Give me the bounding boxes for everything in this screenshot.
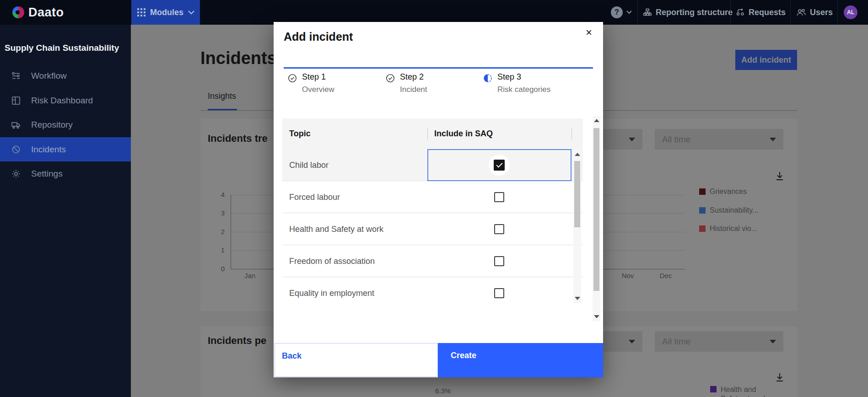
- navbar-divider: [790, 0, 791, 25]
- scroll-down-arrow[interactable]: [594, 315, 599, 318]
- users-link[interactable]: Users: [796, 0, 833, 25]
- sidebar-item-label: Workflow: [31, 71, 67, 81]
- scroll-up-arrow[interactable]: [575, 153, 580, 156]
- scroll-down-arrow[interactable]: [575, 297, 580, 300]
- daato-logo-icon[interactable]: [12, 6, 25, 19]
- include-in-saq-checkbox[interactable]: [494, 288, 504, 298]
- column-header-include-in-saq: Include in SAQ: [434, 118, 493, 149]
- help-icon: ?: [611, 6, 623, 18]
- table-scrollbar: [573, 150, 581, 303]
- org-chart-icon: [643, 8, 652, 17]
- sidebar-module-heading: Supply Chain Sustainability: [5, 43, 119, 53]
- table-row-equality-employment: Equality in employment: [282, 277, 583, 307]
- table-row-freedom-association: Freedom of association: [282, 245, 583, 277]
- dashboard-icon: [11, 96, 21, 106]
- modules-button[interactable]: Modules: [131, 0, 200, 25]
- table-row-child-labor: Child labor: [282, 149, 583, 181]
- step-label: Step 3: [497, 72, 577, 82]
- topic-cell: Child labor: [289, 149, 329, 181]
- modal-title: Add incident: [284, 30, 353, 43]
- requests-label: Requests: [749, 8, 786, 17]
- sidebar-item-settings[interactable]: Settings: [0, 161, 131, 186]
- sidebar-item-incidents[interactable]: Incidents: [0, 137, 131, 161]
- sidebar-item-workflow[interactable]: Workflow: [0, 64, 131, 88]
- table-row-health-safety: Health and Safety at work: [282, 213, 583, 245]
- check-circle-icon: [288, 74, 297, 83]
- reporting-structure-label: Reporting structure: [656, 8, 733, 17]
- top-navbar: Daato Modules ? Reporting structure Requ…: [0, 0, 868, 25]
- brand-name: Daato: [28, 0, 64, 25]
- topic-cell: Freedom of association: [289, 245, 375, 277]
- requests-link[interactable]: Requests: [736, 0, 786, 25]
- step-sublabel: Risk categories: [497, 85, 577, 94]
- step-3-risk-categories[interactable]: Step 3 Risk categories: [483, 72, 577, 94]
- back-button[interactable]: Back: [275, 343, 438, 377]
- help-menu[interactable]: ?: [611, 0, 632, 25]
- modal-scrollbar: [593, 116, 600, 321]
- step-1-overview[interactable]: Step 1 Overview: [288, 72, 382, 94]
- step-label: Step 1: [302, 72, 382, 82]
- add-incident-modal: Add incident × Step 1 Overview Step 2 In…: [274, 22, 603, 377]
- scrollbar-thumb[interactable]: [574, 161, 580, 227]
- users-icon: [796, 8, 806, 17]
- step-label: Step 2: [400, 72, 480, 82]
- grid-icon: [137, 8, 146, 16]
- truck-icon: [11, 120, 21, 130]
- include-in-saq-checkbox[interactable]: [494, 192, 504, 202]
- column-separator: [427, 129, 428, 139]
- create-button[interactable]: Create: [438, 343, 603, 377]
- scroll-up-arrow[interactable]: [594, 119, 599, 122]
- topic-cell: Equality in employment: [289, 277, 374, 307]
- navbar-divider: [637, 0, 638, 25]
- incident-prohibited-icon: [11, 145, 21, 155]
- gear-icon: [11, 169, 21, 179]
- sidebar-item-label: Repository: [31, 120, 73, 130]
- chevron-down-icon: [188, 11, 194, 15]
- scrollbar-thumb[interactable]: [593, 128, 599, 291]
- include-in-saq-checkbox[interactable]: [494, 160, 505, 171]
- navbar-divider: [730, 0, 731, 25]
- sidebar-item-label: Settings: [31, 169, 63, 179]
- sidebar-item-label: Incidents: [31, 145, 66, 155]
- app-screen: Daato Modules ? Reporting structure Requ…: [0, 0, 868, 397]
- step-2-incident[interactable]: Step 2 Incident: [386, 72, 480, 94]
- step-sublabel: Overview: [302, 85, 382, 94]
- column-header-topic: Topic: [289, 118, 311, 149]
- sidebar-item-repository[interactable]: Repository: [0, 113, 131, 137]
- sidebar-item-risk-dashboard[interactable]: Risk Dashboard: [0, 88, 131, 113]
- close-icon[interactable]: ×: [582, 26, 596, 39]
- topic-cell: Forced labour: [289, 181, 340, 213]
- navbar-divider: [837, 0, 838, 25]
- step-incomplete-icon: [483, 74, 492, 83]
- step-sublabel: Incident: [400, 85, 480, 94]
- modal-header-divider: [284, 67, 593, 69]
- reporting-structure-link[interactable]: Reporting structure: [643, 0, 733, 25]
- user-avatar[interactable]: AL: [844, 5, 857, 19]
- check-circle-icon: [386, 74, 395, 83]
- include-in-saq-checkbox[interactable]: [494, 224, 504, 234]
- requests-icon: [736, 8, 745, 17]
- modules-label: Modules: [150, 8, 183, 17]
- sidebar: Supply Chain Sustainability Workflow Ris…: [0, 25, 131, 397]
- table-header: Topic Include in SAQ: [282, 118, 583, 149]
- topic-cell: Health and Safety at work: [289, 213, 383, 245]
- table-row-forced-labour: Forced labour: [282, 181, 583, 213]
- chevron-down-icon: [626, 11, 632, 14]
- column-separator: [571, 129, 572, 139]
- risk-categories-table: Topic Include in SAQ Child labor Forced …: [282, 118, 583, 307]
- include-in-saq-checkbox[interactable]: [494, 256, 504, 266]
- users-label: Users: [810, 8, 833, 17]
- workflow-icon: [11, 71, 21, 81]
- sidebar-item-label: Risk Dashboard: [31, 96, 93, 106]
